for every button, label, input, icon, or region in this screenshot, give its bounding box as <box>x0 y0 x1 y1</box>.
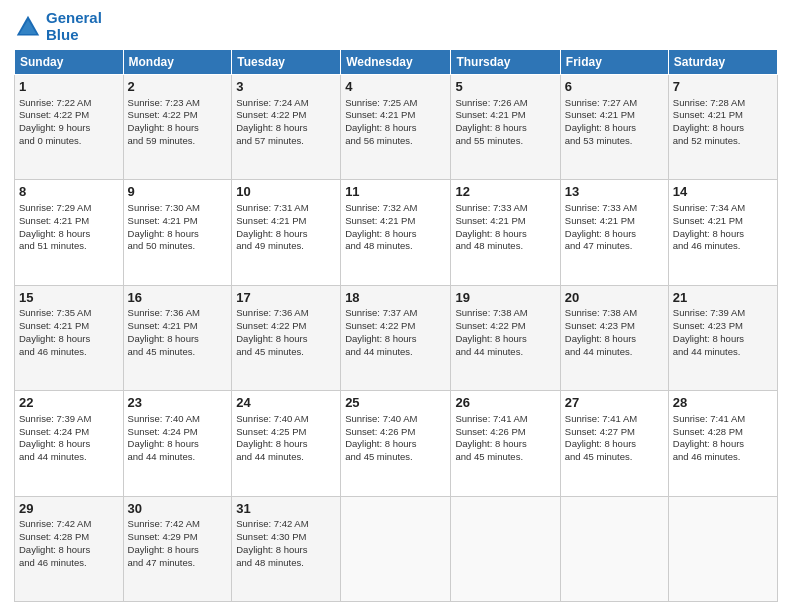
day-cell: 23Sunrise: 7:40 AMSunset: 4:24 PMDayligh… <box>123 391 232 496</box>
day-cell: 9Sunrise: 7:30 AMSunset: 4:21 PMDaylight… <box>123 180 232 285</box>
day-info-line: and 44 minutes. <box>19 451 119 464</box>
logo: General Blue <box>14 10 102 43</box>
day-info-line: Daylight: 8 hours <box>236 438 336 451</box>
day-info-line: Sunset: 4:28 PM <box>673 426 773 439</box>
day-info-line: and 48 minutes. <box>455 240 555 253</box>
day-info-line: and 0 minutes. <box>19 135 119 148</box>
day-info-line: and 47 minutes. <box>128 557 228 570</box>
day-info-line: Sunset: 4:22 PM <box>345 320 446 333</box>
day-info-line: Daylight: 8 hours <box>236 228 336 241</box>
day-number: 23 <box>128 394 228 412</box>
day-info-line: Sunset: 4:21 PM <box>673 215 773 228</box>
day-info-line: and 52 minutes. <box>673 135 773 148</box>
logo-text: General Blue <box>46 10 102 43</box>
day-info-line: and 45 minutes. <box>345 451 446 464</box>
page-header: General Blue <box>14 10 778 43</box>
day-number: 9 <box>128 183 228 201</box>
day-info-line: Daylight: 8 hours <box>345 122 446 135</box>
day-cell: 4Sunrise: 7:25 AMSunset: 4:21 PMDaylight… <box>341 75 451 180</box>
day-info-line: Daylight: 8 hours <box>19 544 119 557</box>
day-info-line: Daylight: 8 hours <box>345 333 446 346</box>
day-number: 21 <box>673 289 773 307</box>
day-info-line: Daylight: 8 hours <box>455 228 555 241</box>
day-info-line: Daylight: 8 hours <box>565 122 664 135</box>
day-number: 15 <box>19 289 119 307</box>
day-number: 19 <box>455 289 555 307</box>
day-info-line: Sunrise: 7:42 AM <box>19 518 119 531</box>
day-info-line: Daylight: 8 hours <box>455 122 555 135</box>
day-info-line: Sunset: 4:26 PM <box>455 426 555 439</box>
day-info-line: Sunrise: 7:39 AM <box>673 307 773 320</box>
day-number: 22 <box>19 394 119 412</box>
day-info-line: Sunset: 4:22 PM <box>128 109 228 122</box>
day-info-line: Sunset: 4:21 PM <box>19 320 119 333</box>
day-info-line: Daylight: 8 hours <box>673 122 773 135</box>
day-info-line: Sunrise: 7:40 AM <box>128 413 228 426</box>
day-info-line: Daylight: 9 hours <box>19 122 119 135</box>
day-info-line: Sunrise: 7:30 AM <box>128 202 228 215</box>
day-info-line: and 44 minutes. <box>128 451 228 464</box>
day-cell: 20Sunrise: 7:38 AMSunset: 4:23 PMDayligh… <box>560 285 668 390</box>
day-info-line: Daylight: 8 hours <box>128 228 228 241</box>
day-info-line: and 50 minutes. <box>128 240 228 253</box>
day-number: 20 <box>565 289 664 307</box>
day-info-line: Sunset: 4:22 PM <box>19 109 119 122</box>
col-header-tuesday: Tuesday <box>232 50 341 75</box>
day-info-line: Daylight: 8 hours <box>19 228 119 241</box>
day-info-line: Daylight: 8 hours <box>565 438 664 451</box>
day-info-line: and 53 minutes. <box>565 135 664 148</box>
day-cell: 25Sunrise: 7:40 AMSunset: 4:26 PMDayligh… <box>341 391 451 496</box>
day-cell <box>341 496 451 601</box>
day-number: 1 <box>19 78 119 96</box>
day-info-line: Daylight: 8 hours <box>236 122 336 135</box>
day-info-line: Sunset: 4:23 PM <box>673 320 773 333</box>
day-cell: 11Sunrise: 7:32 AMSunset: 4:21 PMDayligh… <box>341 180 451 285</box>
day-info-line: and 46 minutes. <box>19 346 119 359</box>
day-info-line: and 44 minutes. <box>345 346 446 359</box>
day-info-line: Daylight: 8 hours <box>19 438 119 451</box>
day-info-line: and 49 minutes. <box>236 240 336 253</box>
day-number: 4 <box>345 78 446 96</box>
day-info-line: Sunrise: 7:38 AM <box>455 307 555 320</box>
day-cell: 13Sunrise: 7:33 AMSunset: 4:21 PMDayligh… <box>560 180 668 285</box>
col-header-friday: Friday <box>560 50 668 75</box>
day-info-line: and 59 minutes. <box>128 135 228 148</box>
day-info-line: Sunrise: 7:34 AM <box>673 202 773 215</box>
day-info-line: and 44 minutes. <box>236 451 336 464</box>
day-info-line: Sunset: 4:21 PM <box>565 109 664 122</box>
day-number: 18 <box>345 289 446 307</box>
day-info-line: Sunset: 4:21 PM <box>455 109 555 122</box>
col-header-thursday: Thursday <box>451 50 560 75</box>
logo-icon <box>14 13 42 41</box>
day-number: 14 <box>673 183 773 201</box>
day-number: 10 <box>236 183 336 201</box>
day-info-line: and 44 minutes. <box>565 346 664 359</box>
day-number: 28 <box>673 394 773 412</box>
day-info-line: Sunrise: 7:22 AM <box>19 97 119 110</box>
day-info-line: Daylight: 8 hours <box>673 228 773 241</box>
day-info-line: Sunrise: 7:36 AM <box>236 307 336 320</box>
day-cell: 22Sunrise: 7:39 AMSunset: 4:24 PMDayligh… <box>15 391 124 496</box>
day-cell <box>560 496 668 601</box>
week-row-1: 1Sunrise: 7:22 AMSunset: 4:22 PMDaylight… <box>15 75 778 180</box>
week-row-2: 8Sunrise: 7:29 AMSunset: 4:21 PMDaylight… <box>15 180 778 285</box>
day-cell: 12Sunrise: 7:33 AMSunset: 4:21 PMDayligh… <box>451 180 560 285</box>
day-cell: 17Sunrise: 7:36 AMSunset: 4:22 PMDayligh… <box>232 285 341 390</box>
day-info-line: Daylight: 8 hours <box>455 438 555 451</box>
day-info-line: and 46 minutes. <box>673 240 773 253</box>
day-number: 24 <box>236 394 336 412</box>
day-cell: 30Sunrise: 7:42 AMSunset: 4:29 PMDayligh… <box>123 496 232 601</box>
day-info-line: and 45 minutes. <box>128 346 228 359</box>
day-info-line: Daylight: 8 hours <box>128 544 228 557</box>
day-cell: 7Sunrise: 7:28 AMSunset: 4:21 PMDaylight… <box>668 75 777 180</box>
day-info-line: Sunrise: 7:42 AM <box>128 518 228 531</box>
day-info-line: and 57 minutes. <box>236 135 336 148</box>
day-info-line: Sunrise: 7:33 AM <box>565 202 664 215</box>
day-info-line: and 47 minutes. <box>565 240 664 253</box>
day-info-line: Daylight: 8 hours <box>236 333 336 346</box>
day-info-line: and 45 minutes. <box>455 451 555 464</box>
day-cell: 27Sunrise: 7:41 AMSunset: 4:27 PMDayligh… <box>560 391 668 496</box>
col-header-wednesday: Wednesday <box>341 50 451 75</box>
week-row-5: 29Sunrise: 7:42 AMSunset: 4:28 PMDayligh… <box>15 496 778 601</box>
day-cell: 26Sunrise: 7:41 AMSunset: 4:26 PMDayligh… <box>451 391 560 496</box>
